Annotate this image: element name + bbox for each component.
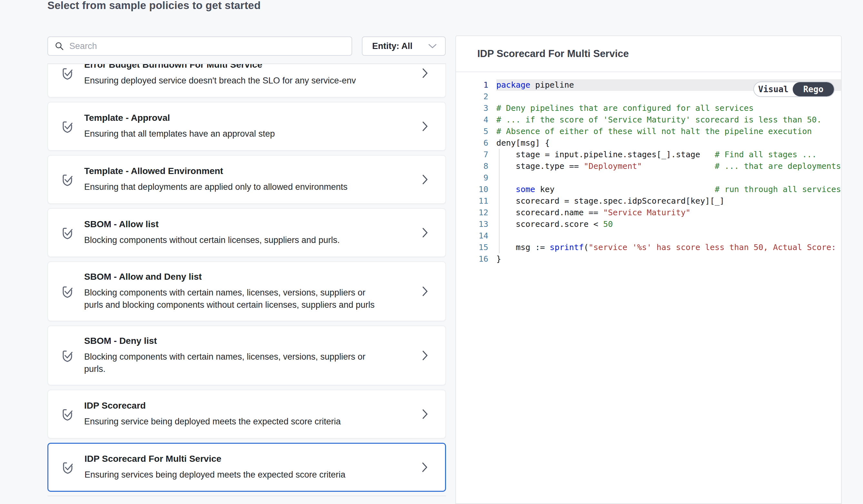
policy-card[interactable]: SBOM - Deny list Blocking components wit… <box>47 325 446 385</box>
policy-detail-panel: IDP Scorecard For Multi Service Visual R… <box>455 36 842 504</box>
policy-title: Error Budget Burndown For Multi Service <box>84 64 421 70</box>
policy-title: IDP Scorecard For Multi Service <box>85 454 421 464</box>
search-input[interactable] <box>69 41 345 51</box>
line-content <box>496 172 841 184</box>
line-content: scorecard.name == "Service Maturity" <box>496 207 841 219</box>
policy-card[interactable]: SBOM - Allow and Deny list Blocking comp… <box>47 261 446 321</box>
policy-card-text: SBOM - Deny list Blocking components wit… <box>84 336 421 375</box>
code-line: 10 some key # run through all services <box>456 184 841 195</box>
policy-card-text: Template - Allowed Environment Ensuring … <box>84 166 421 193</box>
policy-card[interactable]: IDP Scorecard For Multi Service Ensuring… <box>47 443 446 492</box>
chevron-right-icon <box>421 461 429 474</box>
line-number: 5 <box>456 126 488 137</box>
line-number: 12 <box>456 207 488 219</box>
line-number: 9 <box>456 172 488 184</box>
chevron-right-icon <box>421 66 429 80</box>
line-content: some key # run through all services <box>496 184 841 195</box>
line-content: msg := sprintf("service '%s' has score l… <box>496 242 841 253</box>
chevron-right-icon <box>421 285 429 298</box>
code-line: 6deny[msg] { <box>456 137 841 149</box>
line-number: 4 <box>456 114 488 126</box>
line-number: 15 <box>456 242 488 253</box>
code-line: 9 <box>456 172 841 184</box>
policy-title: SBOM - Allow list <box>84 219 421 230</box>
policy-card-text: Error Budget Burndown For Multi Service … <box>84 64 421 87</box>
line-content: scorecard.score < 50 <box>496 219 841 230</box>
line-number: 3 <box>456 102 488 114</box>
chevron-right-icon <box>421 226 429 240</box>
line-content: scorecard = stage.spec.idpScorecard[key]… <box>496 195 841 207</box>
search-icon <box>54 41 64 51</box>
policy-description: Blocking components with certain names, … <box>84 351 381 375</box>
code-line: 11 scorecard = stage.spec.idpScorecard[k… <box>456 195 841 207</box>
shield-check-icon <box>60 407 75 421</box>
policy-card-text: SBOM - Allow and Deny list Blocking comp… <box>84 272 421 311</box>
policy-card-text: IDP Scorecard Ensuring service being dep… <box>84 401 421 428</box>
visual-tab[interactable]: Visual <box>754 82 793 96</box>
chevron-right-icon <box>421 119 429 133</box>
indent-guide <box>499 149 500 253</box>
line-content: deny[msg] { <box>496 137 841 149</box>
line-content <box>496 230 841 242</box>
line-content: # Deny pipelines that are configured for… <box>496 102 841 114</box>
code-line: 3# Deny pipelines that are configured fo… <box>456 102 841 114</box>
chevron-right-icon <box>421 173 429 186</box>
chevron-right-icon <box>421 407 429 421</box>
shield-check-icon <box>61 460 75 474</box>
policy-title: Template - Approval <box>84 113 421 123</box>
code-line: 8 stage.type == "Deployment" # ... that … <box>456 160 841 172</box>
policy-description: Blocking components without certain lice… <box>84 234 381 246</box>
line-number: 10 <box>456 184 488 195</box>
code-lines: 1package pipeline23# Deny pipelines that… <box>456 79 841 265</box>
code-line: 16} <box>456 253 841 265</box>
code-line: 13 scorecard.score < 50 <box>456 219 841 230</box>
code-line: 4# ... if the score of 'Service Maturity… <box>456 114 841 126</box>
code-line: 14 <box>456 230 841 242</box>
policy-card[interactable]: IDP Scorecard Ensuring service being dep… <box>47 390 446 439</box>
rego-code-viewer: Visual Rego 1package pipeline23# Deny pi… <box>456 72 841 265</box>
shield-check-icon <box>60 284 75 298</box>
policy-card[interactable]: Error Budget Burndown For Multi Service … <box>47 64 446 98</box>
shield-check-icon <box>60 348 75 363</box>
line-content: stage.type == "Deployment" # ... that ar… <box>496 160 841 172</box>
entity-filter-dropdown[interactable]: Entity: All <box>362 36 446 56</box>
policy-card[interactable]: SBOM - Allow list Blocking components wi… <box>47 208 446 257</box>
line-number: 7 <box>456 149 488 160</box>
detail-panel-title: IDP Scorecard For Multi Service <box>456 36 841 72</box>
policy-card-text: SBOM - Allow list Blocking components wi… <box>84 219 421 246</box>
policy-description: Ensuring service being deployed meets th… <box>84 415 381 428</box>
code-line: 5# Absence of either of these will not h… <box>456 126 841 137</box>
line-number: 14 <box>456 230 488 242</box>
line-content: stage = input.pipeline.stages[_].stage #… <box>496 149 841 160</box>
shield-check-icon <box>60 172 75 186</box>
line-content: # ... if the score of 'Service Maturity'… <box>496 114 841 126</box>
rego-tab[interactable]: Rego <box>793 82 834 96</box>
policy-description: Ensuring that all templates have an appr… <box>84 128 381 140</box>
chevron-right-icon <box>421 349 429 362</box>
policy-description: Blocking components with certain names, … <box>84 286 381 311</box>
line-number: 13 <box>456 219 488 230</box>
line-content: } <box>496 253 841 265</box>
code-line: 7 stage = input.pipeline.stages[_].stage… <box>456 149 841 160</box>
policy-title: SBOM - Deny list <box>84 336 421 346</box>
line-number: 6 <box>456 137 488 149</box>
policy-description: Ensuring deployed service doesn't breach… <box>84 75 381 87</box>
policy-card[interactable]: Template - Approval Ensuring that all te… <box>47 102 446 151</box>
line-number: 2 <box>456 91 488 102</box>
policy-card[interactable]: Template - Allowed Environment Ensuring … <box>47 155 446 204</box>
policy-title: SBOM - Allow and Deny list <box>84 272 421 282</box>
search-box <box>47 36 352 56</box>
policy-description: Ensuring that deployments are applied on… <box>84 181 381 193</box>
policy-card-text: IDP Scorecard For Multi Service Ensuring… <box>85 454 421 481</box>
line-number: 11 <box>456 195 488 207</box>
policy-description: Ensuring services being deployed meets t… <box>85 468 381 481</box>
line-number: 8 <box>456 160 488 172</box>
policy-list[interactable]: Error Budget Burndown For Multi Service … <box>47 64 446 496</box>
page-title: Select from sample policies to get start… <box>47 0 261 12</box>
policy-card-text: Template - Approval Ensuring that all te… <box>84 113 421 140</box>
shield-check-icon <box>60 66 75 80</box>
code-line: 15 msg := sprintf("service '%s' has scor… <box>456 242 841 253</box>
policy-title: Template - Allowed Environment <box>84 166 421 176</box>
policy-title: IDP Scorecard <box>84 401 421 411</box>
line-number: 16 <box>456 253 488 265</box>
